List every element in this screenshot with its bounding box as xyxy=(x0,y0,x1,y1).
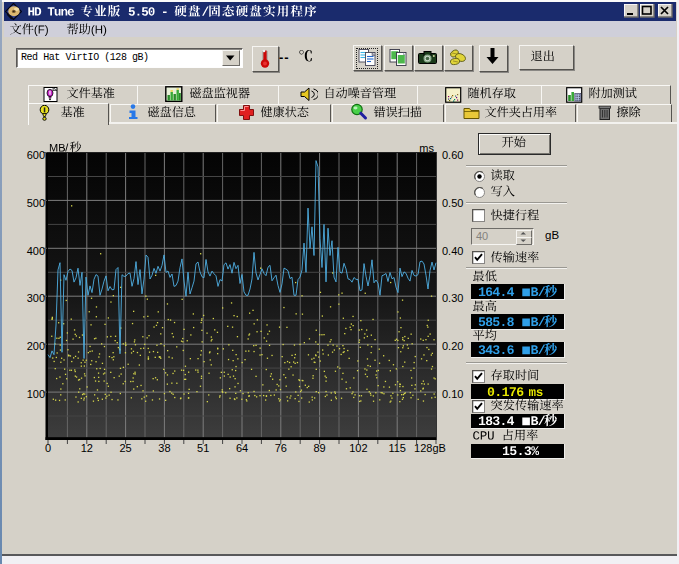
svg-text:600: 600 xyxy=(27,149,45,161)
svg-text:ms: ms xyxy=(419,142,434,154)
svg-text:500: 500 xyxy=(27,197,45,209)
svg-text:0.30: 0.30 xyxy=(442,292,463,304)
svg-text:400: 400 xyxy=(27,245,45,257)
svg-text:12: 12 xyxy=(81,442,93,454)
svg-text:0.50: 0.50 xyxy=(442,197,463,209)
svg-text:300: 300 xyxy=(27,292,45,304)
svg-text:102: 102 xyxy=(349,442,367,454)
svg-text:128gB: 128gB xyxy=(414,442,446,454)
svg-text:0.20: 0.20 xyxy=(442,340,463,352)
svg-text:51: 51 xyxy=(197,442,209,454)
svg-text:0.10: 0.10 xyxy=(442,388,463,400)
svg-text:0.60: 0.60 xyxy=(442,149,463,161)
svg-text:0.40: 0.40 xyxy=(442,245,463,257)
svg-text:200: 200 xyxy=(27,340,45,352)
svg-text:115: 115 xyxy=(388,442,406,454)
svg-text:0: 0 xyxy=(45,442,51,454)
svg-text:64: 64 xyxy=(236,442,248,454)
svg-text:100: 100 xyxy=(27,388,45,400)
svg-text:76: 76 xyxy=(275,442,287,454)
svg-text:25: 25 xyxy=(119,442,131,454)
svg-text:89: 89 xyxy=(313,442,325,454)
svg-text:38: 38 xyxy=(158,442,170,454)
